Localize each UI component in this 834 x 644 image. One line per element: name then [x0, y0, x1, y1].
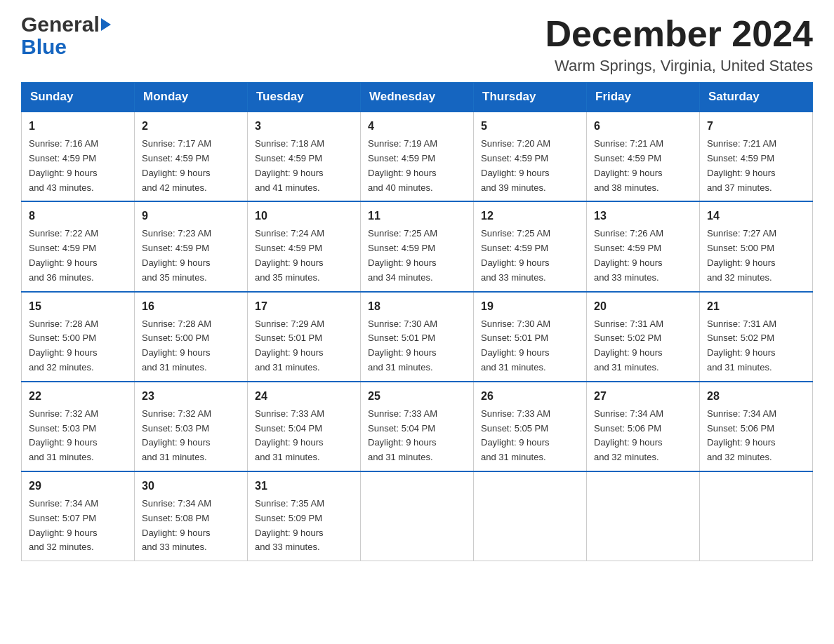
logo-blue-word: Blue [21, 35, 111, 59]
day-number: 2 [142, 118, 240, 135]
day-number: 24 [255, 388, 353, 405]
calendar-cell: 20 Sunrise: 7:31 AMSunset: 5:02 PMDaylig… [587, 292, 700, 382]
day-info: Sunrise: 7:32 AMSunset: 5:03 PMDaylight:… [142, 408, 211, 462]
calendar-cell: 13 Sunrise: 7:26 AMSunset: 4:59 PMDaylig… [587, 201, 700, 291]
calendar-cell: 18 Sunrise: 7:30 AMSunset: 5:01 PMDaylig… [361, 292, 474, 382]
day-number: 26 [481, 388, 579, 405]
day-info: Sunrise: 7:35 AMSunset: 5:09 PMDaylight:… [255, 498, 324, 552]
day-info: Sunrise: 7:32 AMSunset: 5:03 PMDaylight:… [29, 408, 98, 462]
calendar-cell: 19 Sunrise: 7:30 AMSunset: 5:01 PMDaylig… [474, 292, 587, 382]
calendar-cell [361, 471, 474, 561]
col-header-wednesday: Wednesday [361, 83, 474, 112]
day-number: 15 [29, 298, 127, 315]
calendar-header-row: SundayMondayTuesdayWednesdayThursdayFrid… [22, 83, 813, 112]
day-number: 12 [481, 208, 579, 224]
day-number: 16 [142, 298, 240, 315]
location-subtitle: Warm Springs, Virginia, United States [545, 57, 813, 75]
calendar-cell: 3 Sunrise: 7:18 AMSunset: 4:59 PMDayligh… [248, 112, 361, 201]
col-header-monday: Monday [135, 83, 248, 112]
day-info: Sunrise: 7:28 AMSunset: 5:00 PMDaylight:… [29, 318, 98, 373]
day-info: Sunrise: 7:34 AMSunset: 5:08 PMDaylight:… [142, 498, 211, 552]
day-number: 28 [707, 388, 805, 405]
calendar-cell: 12 Sunrise: 7:25 AMSunset: 4:59 PMDaylig… [474, 201, 587, 291]
day-info: Sunrise: 7:26 AMSunset: 4:59 PMDaylight:… [594, 228, 663, 282]
calendar-cell: 4 Sunrise: 7:19 AMSunset: 4:59 PMDayligh… [361, 112, 474, 201]
day-info: Sunrise: 7:27 AMSunset: 5:00 PMDaylight:… [707, 228, 776, 282]
calendar-cell: 2 Sunrise: 7:17 AMSunset: 4:59 PMDayligh… [135, 112, 248, 201]
day-number: 27 [594, 388, 692, 405]
day-number: 3 [255, 118, 353, 135]
day-info: Sunrise: 7:17 AMSunset: 4:59 PMDaylight:… [142, 138, 211, 192]
day-number: 13 [594, 208, 692, 224]
day-number: 11 [368, 208, 466, 224]
col-header-saturday: Saturday [700, 83, 813, 112]
calendar-cell: 7 Sunrise: 7:21 AMSunset: 4:59 PMDayligh… [700, 112, 813, 201]
calendar-table: SundayMondayTuesdayWednesdayThursdayFrid… [21, 82, 813, 561]
calendar-week-2: 8 Sunrise: 7:22 AMSunset: 4:59 PMDayligh… [22, 201, 813, 291]
day-info: Sunrise: 7:34 AMSunset: 5:06 PMDaylight:… [707, 408, 776, 462]
day-info: Sunrise: 7:21 AMSunset: 4:59 PMDaylight:… [707, 138, 776, 192]
calendar-week-4: 22 Sunrise: 7:32 AMSunset: 5:03 PMDaylig… [22, 382, 813, 471]
calendar-cell: 22 Sunrise: 7:32 AMSunset: 5:03 PMDaylig… [22, 382, 135, 471]
day-info: Sunrise: 7:22 AMSunset: 4:59 PMDaylight:… [29, 228, 98, 282]
calendar-cell: 11 Sunrise: 7:25 AMSunset: 4:59 PMDaylig… [361, 201, 474, 291]
day-info: Sunrise: 7:21 AMSunset: 4:59 PMDaylight:… [594, 138, 663, 192]
col-header-tuesday: Tuesday [248, 83, 361, 112]
day-number: 25 [368, 388, 466, 405]
day-info: Sunrise: 7:31 AMSunset: 5:02 PMDaylight:… [594, 318, 663, 373]
day-number: 5 [481, 118, 579, 135]
day-info: Sunrise: 7:28 AMSunset: 5:00 PMDaylight:… [142, 318, 211, 373]
day-info: Sunrise: 7:25 AMSunset: 4:59 PMDaylight:… [368, 228, 437, 282]
month-title: December 2024 [545, 14, 813, 54]
day-number: 17 [255, 298, 353, 315]
calendar-cell: 31 Sunrise: 7:35 AMSunset: 5:09 PMDaylig… [248, 471, 361, 561]
day-number: 1 [29, 118, 127, 135]
day-info: Sunrise: 7:24 AMSunset: 4:59 PMDaylight:… [255, 228, 324, 282]
logo: General Blue [21, 14, 111, 59]
calendar-cell: 10 Sunrise: 7:24 AMSunset: 4:59 PMDaylig… [248, 201, 361, 291]
calendar-week-1: 1 Sunrise: 7:16 AMSunset: 4:59 PMDayligh… [22, 112, 813, 201]
calendar-cell [474, 471, 587, 561]
calendar-cell: 5 Sunrise: 7:20 AMSunset: 4:59 PMDayligh… [474, 112, 587, 201]
logo-triangle-icon [101, 18, 111, 31]
title-section: December 2024 Warm Springs, Virginia, Un… [545, 14, 813, 75]
calendar-week-5: 29 Sunrise: 7:34 AMSunset: 5:07 PMDaylig… [22, 471, 813, 561]
day-number: 6 [594, 118, 692, 135]
day-info: Sunrise: 7:25 AMSunset: 4:59 PMDaylight:… [481, 228, 550, 282]
calendar-cell: 9 Sunrise: 7:23 AMSunset: 4:59 PMDayligh… [135, 201, 248, 291]
day-number: 4 [368, 118, 466, 135]
logo-general-text: General [21, 14, 111, 35]
calendar-cell: 14 Sunrise: 7:27 AMSunset: 5:00 PMDaylig… [700, 201, 813, 291]
calendar-cell: 24 Sunrise: 7:33 AMSunset: 5:04 PMDaylig… [248, 382, 361, 471]
calendar-cell [587, 471, 700, 561]
day-info: Sunrise: 7:33 AMSunset: 5:05 PMDaylight:… [481, 408, 550, 462]
day-info: Sunrise: 7:34 AMSunset: 5:07 PMDaylight:… [29, 498, 98, 552]
day-number: 14 [707, 208, 805, 224]
calendar-cell: 26 Sunrise: 7:33 AMSunset: 5:05 PMDaylig… [474, 382, 587, 471]
day-number: 18 [368, 298, 466, 315]
page-header: General Blue December 2024 Warm Springs,… [21, 14, 813, 75]
day-number: 7 [707, 118, 805, 135]
day-number: 22 [29, 388, 127, 405]
day-number: 10 [255, 208, 353, 224]
day-info: Sunrise: 7:29 AMSunset: 5:01 PMDaylight:… [255, 318, 324, 373]
calendar-cell: 29 Sunrise: 7:34 AMSunset: 5:07 PMDaylig… [22, 471, 135, 561]
day-number: 29 [29, 478, 127, 495]
calendar-cell: 1 Sunrise: 7:16 AMSunset: 4:59 PMDayligh… [22, 112, 135, 201]
calendar-cell: 15 Sunrise: 7:28 AMSunset: 5:00 PMDaylig… [22, 292, 135, 382]
day-number: 20 [594, 298, 692, 315]
calendar-cell: 6 Sunrise: 7:21 AMSunset: 4:59 PMDayligh… [587, 112, 700, 201]
col-header-friday: Friday [587, 83, 700, 112]
day-info: Sunrise: 7:33 AMSunset: 5:04 PMDaylight:… [368, 408, 437, 462]
day-number: 30 [142, 478, 240, 495]
day-info: Sunrise: 7:33 AMSunset: 5:04 PMDaylight:… [255, 408, 324, 462]
day-info: Sunrise: 7:20 AMSunset: 4:59 PMDaylight:… [481, 138, 550, 192]
day-number: 21 [707, 298, 805, 315]
calendar-cell [700, 471, 813, 561]
day-info: Sunrise: 7:16 AMSunset: 4:59 PMDaylight:… [29, 138, 98, 192]
day-info: Sunrise: 7:30 AMSunset: 5:01 PMDaylight:… [368, 318, 437, 373]
day-info: Sunrise: 7:19 AMSunset: 4:59 PMDaylight:… [368, 138, 437, 192]
day-info: Sunrise: 7:31 AMSunset: 5:02 PMDaylight:… [707, 318, 776, 373]
day-info: Sunrise: 7:18 AMSunset: 4:59 PMDaylight:… [255, 138, 324, 192]
day-number: 8 [29, 208, 127, 224]
